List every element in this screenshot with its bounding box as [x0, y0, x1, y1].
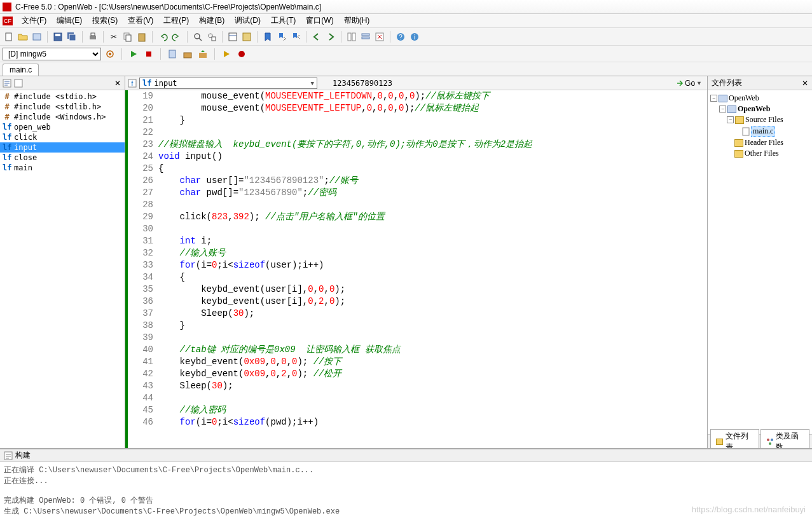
cut-icon[interactable]: ✂	[107, 31, 120, 43]
tab-classes[interactable]: 类及函数	[760, 429, 809, 449]
symbol-label: main	[14, 163, 32, 172]
menu-build[interactable]: 构建(B)	[194, 14, 230, 27]
symbol-item[interactable]: lfclick	[0, 132, 125, 142]
about-icon[interactable]: i	[408, 31, 421, 43]
menu-window[interactable]: 窗口(W)	[301, 14, 338, 27]
code-content[interactable]: mouse_event(MOUSEEVENTF_LEFTDOWN,0,0,0,0…	[157, 90, 707, 448]
svg-point-28	[109, 53, 111, 55]
redo-icon[interactable]	[170, 31, 183, 43]
save-all-icon[interactable]	[65, 31, 78, 43]
symbol-item[interactable]: lfclose	[0, 153, 125, 163]
new-file-icon[interactable]	[3, 31, 15, 43]
svg-rect-31	[184, 53, 191, 58]
collapse-icon[interactable]: −	[710, 95, 717, 102]
build-output-header: 构建	[0, 449, 812, 462]
debug-start-icon[interactable]	[220, 48, 233, 60]
symbol-label: input	[14, 143, 37, 152]
open-file-icon[interactable]	[17, 31, 29, 43]
symbol-label: open_web	[14, 123, 51, 132]
bookmark-next-icon[interactable]	[275, 31, 288, 43]
tree-folder-source[interactable]: −Source Files	[710, 114, 809, 125]
symbol-item[interactable]: lfinput	[0, 142, 125, 153]
build-toolbar: [D] mingw5	[0, 46, 812, 62]
tab-filelist[interactable]: 文件列表	[710, 429, 759, 449]
copy-icon[interactable]	[121, 31, 134, 43]
bookmark-toggle-icon[interactable]	[261, 31, 274, 43]
symbol-item[interactable]: lfopen_web	[0, 122, 125, 132]
config-settings-icon[interactable]	[104, 48, 116, 60]
symbol-item[interactable]: lfmain	[0, 163, 125, 173]
run-icon[interactable]	[127, 48, 140, 60]
close-icon[interactable]: ✕	[113, 79, 122, 88]
menu-project[interactable]: 工程(P)	[158, 14, 194, 27]
menu-file[interactable]: 文件(F)	[17, 14, 52, 27]
collapse-icon[interactable]: −	[719, 106, 726, 112]
menu-tools[interactable]: 工具(T)	[266, 14, 301, 27]
tree-file-main-c[interactable]: main.c	[710, 125, 809, 137]
menu-search[interactable]: 搜索(S)	[87, 14, 123, 27]
function-icon: lf	[3, 143, 11, 152]
symbol-item[interactable]: ##include <Windows.h>	[0, 112, 125, 122]
menu-view[interactable]: 查看(V)	[123, 14, 158, 27]
symbol-panel-icon2[interactable]	[14, 79, 23, 88]
save-icon[interactable]	[52, 31, 64, 43]
new-project-icon[interactable]	[31, 31, 43, 43]
svg-rect-9	[126, 35, 131, 41]
build-output-text[interactable]: 正在编译 C:\Users\newuser\Documents\C-Free\P…	[0, 462, 812, 518]
tree-project[interactable]: −OpenWeb	[710, 104, 809, 114]
find-icon[interactable]	[191, 31, 204, 43]
function-icon: lf	[142, 79, 151, 88]
stop-icon[interactable]	[142, 48, 155, 60]
function-icon: lf	[3, 133, 11, 142]
rebuild-icon[interactable]	[196, 48, 209, 60]
project-tree[interactable]: −OpenWeb −OpenWeb −Source Files main.c H…	[708, 90, 812, 434]
close-icon[interactable]: ✕	[802, 79, 808, 88]
collapse-icon[interactable]: −	[727, 116, 734, 123]
help-icon[interactable]: ?	[394, 31, 407, 43]
nav-forward-icon[interactable]	[324, 31, 337, 43]
toggle-source-icon[interactable]	[345, 31, 358, 43]
compile-icon[interactable]	[166, 48, 179, 60]
undo-icon[interactable]	[156, 31, 169, 43]
bookmark-prev-icon[interactable]	[289, 31, 302, 43]
symbol-list[interactable]: ##include <stdio.h>##include <stdlib.h>#…	[0, 90, 125, 448]
include-icon: #	[3, 112, 11, 121]
svg-rect-21	[362, 37, 369, 39]
main-toolbar: ✂ ? i	[0, 28, 812, 46]
close-window-icon[interactable]	[373, 31, 386, 43]
menu-debug[interactable]: 调试(D)	[230, 14, 266, 27]
build-config-combo[interactable]: [D] mingw5	[3, 48, 101, 60]
menu-help[interactable]: 帮助(H)	[339, 14, 375, 27]
tab-main-c[interactable]: main.c	[3, 64, 39, 76]
tree-folder-other[interactable]: Other Files	[710, 148, 809, 159]
find-in-files-icon[interactable]	[205, 31, 218, 43]
nav-back-icon[interactable]	[310, 31, 323, 43]
function-combo[interactable]: lf input ▼	[139, 78, 317, 89]
build-icon[interactable]	[181, 48, 194, 60]
symbol-label: close	[14, 153, 37, 162]
tree-folder-header[interactable]: Header Files	[710, 137, 809, 148]
symbol-item[interactable]: ##include <stdio.h>	[0, 92, 125, 102]
options-icon[interactable]	[240, 31, 253, 43]
properties-icon[interactable]	[226, 31, 239, 43]
breakpoint-icon[interactable]	[235, 48, 248, 60]
c-file-icon	[742, 127, 750, 136]
symbol-item[interactable]: ##include <stdlib.h>	[0, 102, 125, 112]
separator	[222, 31, 223, 43]
symbol-label: click	[14, 133, 37, 142]
app-logo: CF	[3, 17, 13, 25]
paste-icon[interactable]	[135, 31, 148, 43]
go-button[interactable]: Go ▼	[673, 78, 705, 88]
window-list-icon[interactable]	[359, 31, 372, 43]
tree-root[interactable]: −OpenWeb	[710, 93, 809, 104]
function-list-icon[interactable]: f	[128, 79, 137, 88]
svg-rect-17	[243, 33, 251, 41]
code-editor[interactable]: 19 20 21 22 23 24 25 26 27 28 29 30 31 3…	[125, 90, 707, 448]
separator	[160, 48, 161, 60]
watermark: https://blog.csdn.net/nanfeibuyi	[692, 505, 806, 514]
separator	[341, 31, 341, 43]
separator	[306, 31, 306, 43]
menu-edit[interactable]: 编辑(E)	[52, 14, 87, 27]
filelist-header: 文件列表 ✕	[708, 76, 812, 90]
print-icon[interactable]	[86, 31, 99, 43]
